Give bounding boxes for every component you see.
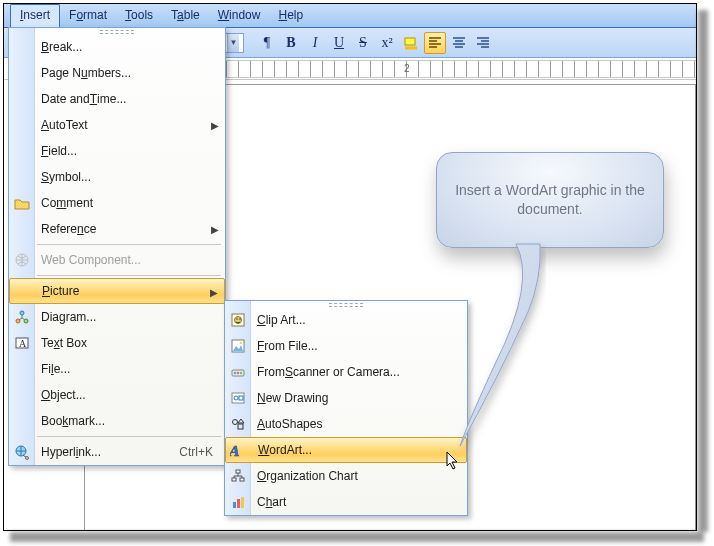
menu-table[interactable]: Table	[162, 4, 209, 27]
svg-text:A: A	[19, 338, 27, 349]
clipart-icon	[229, 311, 247, 329]
orgchart-icon	[229, 467, 247, 485]
svg-rect-30	[233, 502, 236, 508]
menu-item-page-numbers[interactable]: Page Numbers...	[9, 60, 225, 86]
svg-rect-28	[232, 478, 236, 481]
svg-point-2	[20, 311, 24, 315]
new-drawing-icon	[229, 389, 247, 407]
superscript-button[interactable]: x²	[376, 32, 398, 54]
underline-button[interactable]: U	[328, 32, 350, 54]
svg-rect-24	[238, 424, 243, 429]
align-left-button[interactable]	[424, 32, 446, 54]
svg-point-12	[239, 318, 241, 320]
globe-link-icon	[13, 443, 31, 461]
menu-item-bookmark[interactable]: Bookmark...	[9, 408, 225, 434]
menu-item-textbox[interactable]: A Text Box	[9, 330, 225, 356]
menu-item-org-chart[interactable]: Organization Chart	[225, 463, 467, 489]
picture-submenu: Clip Art... From File... From Scanner or…	[224, 300, 468, 516]
svg-rect-31	[237, 499, 240, 508]
insert-dropdown-menu: Break... Page Numbers... Date and Time..…	[8, 27, 226, 466]
menu-item-picture[interactable]: Picture▶	[9, 278, 225, 304]
svg-marker-25	[238, 419, 244, 423]
bold-button[interactable]: B	[280, 32, 302, 54]
menu-item-symbol[interactable]: Symbol...	[9, 164, 225, 190]
menu-item-object[interactable]: Object...	[9, 382, 225, 408]
menu-item-comment[interactable]: Comment	[9, 190, 225, 216]
svg-rect-32	[241, 497, 244, 508]
folder-icon	[13, 194, 31, 212]
image-file-icon	[229, 337, 247, 355]
scanner-icon	[229, 363, 247, 381]
menu-item-wordart[interactable]: A WordArt...	[225, 437, 467, 463]
highlight-color-button[interactable]	[400, 32, 422, 54]
menu-tools[interactable]: Tools	[116, 4, 162, 27]
svg-point-18	[237, 372, 239, 374]
menu-item-from-scanner[interactable]: From Scanner or Camera...	[225, 359, 467, 385]
diagram-icon	[13, 308, 31, 326]
tooltip-callout: Insert a WordArt graphic in the document…	[436, 152, 664, 248]
autoshapes-icon	[229, 415, 247, 433]
menu-window[interactable]: Window	[209, 4, 270, 27]
tooltip-text: Insert a WordArt graphic in the document…	[455, 181, 645, 219]
menu-item-field[interactable]: Field...	[9, 138, 225, 164]
svg-point-23	[233, 420, 238, 425]
svg-point-10	[235, 317, 242, 324]
menu-insert[interactable]: Insert	[10, 4, 60, 27]
svg-point-17	[234, 372, 236, 374]
svg-rect-0	[405, 38, 415, 45]
wordart-icon: A	[230, 442, 248, 460]
align-center-button[interactable]	[448, 32, 470, 54]
svg-point-15	[240, 342, 243, 345]
menu-help[interactable]: Help	[269, 4, 312, 27]
menu-item-break[interactable]: Break...	[9, 34, 225, 60]
menu-item-reference[interactable]: Reference▶	[9, 216, 225, 242]
svg-point-19	[240, 372, 242, 374]
svg-point-11	[236, 318, 238, 320]
chevron-down-icon[interactable]: ▼	[227, 34, 239, 52]
textbox-icon: A	[13, 334, 31, 352]
menu-item-autoshapes[interactable]: AutoShapes	[225, 411, 467, 437]
strike-button[interactable]: S	[352, 32, 374, 54]
submenu-arrow-icon: ▶	[211, 120, 219, 131]
italic-button[interactable]: I	[304, 32, 326, 54]
menu-item-new-drawing[interactable]: New Drawing	[225, 385, 467, 411]
svg-point-8	[26, 457, 29, 460]
globe-icon	[13, 251, 31, 269]
menu-item-file[interactable]: File...	[9, 356, 225, 382]
submenu-arrow-icon: ▶	[211, 224, 219, 235]
svg-rect-29	[240, 478, 244, 481]
menu-item-hyperlink[interactable]: Hyperlink... Ctrl+K	[9, 439, 225, 465]
chart-icon	[229, 493, 247, 511]
shortcut-label: Ctrl+K	[179, 445, 213, 459]
ruler-number: 2	[404, 63, 410, 74]
align-right-button[interactable]	[472, 32, 494, 54]
menu-item-diagram[interactable]: Diagram...	[9, 304, 225, 330]
menu-item-autotext[interactable]: AutoText▶	[9, 112, 225, 138]
svg-text:A: A	[230, 442, 242, 459]
menu-item-date-time[interactable]: Date and Time...	[9, 86, 225, 112]
menu-item-web-component: Web Component...	[9, 247, 225, 273]
submenu-arrow-icon: ▶	[210, 287, 218, 298]
menu-item-clipart[interactable]: Clip Art...	[225, 307, 467, 333]
menu-bar: Insert Format Tools Table Window Help	[4, 4, 696, 28]
svg-rect-27	[236, 470, 240, 473]
menu-item-chart[interactable]: Chart	[225, 489, 467, 515]
menu-item-from-file[interactable]: From File...	[225, 333, 467, 359]
menu-format[interactable]: Format	[60, 4, 116, 27]
pilcrow-button[interactable]: ¶	[256, 32, 278, 54]
